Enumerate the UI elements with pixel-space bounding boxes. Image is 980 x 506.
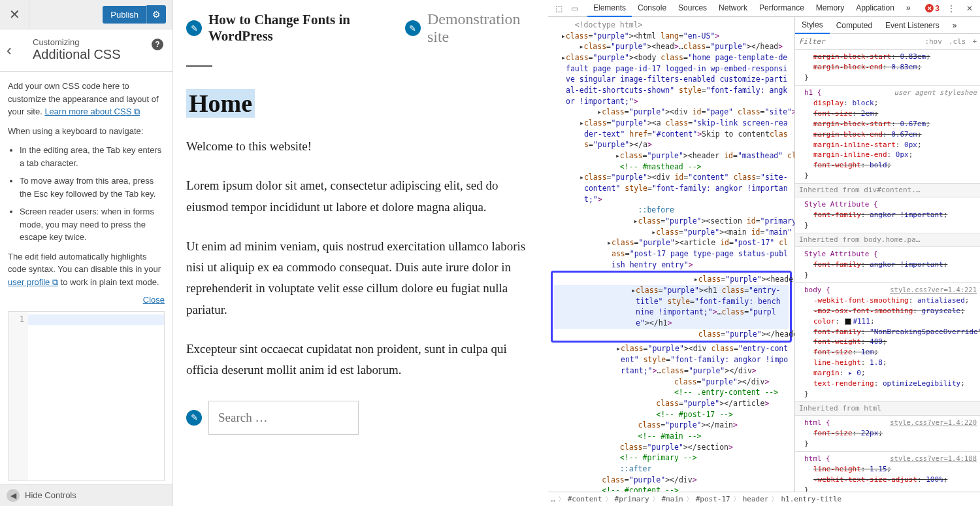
- content-paragraph: Ut enim ad minim veniam, quis nostrud ex…: [186, 236, 535, 320]
- tab-application[interactable]: Application: [850, 0, 900, 17]
- content-paragraph: Excepteur sint occaecat cupidatat non pr…: [186, 339, 535, 381]
- tab-network[interactable]: Network: [713, 0, 753, 17]
- tab-memory[interactable]: Memory: [810, 0, 850, 17]
- close-icon[interactable]: ✕: [0, 0, 29, 29]
- tab-performance[interactable]: Performance: [753, 0, 810, 17]
- site-preview: ✎ How to Change Fonts in WordPress ✎ Dem…: [173, 0, 548, 506]
- css-editor[interactable]: 1: [8, 311, 165, 481]
- learn-more-link[interactable]: Learn more about CSS ⧉: [44, 107, 140, 116]
- tip-item: To move away from this area, press the E…: [20, 175, 165, 200]
- tab-console[interactable]: Console: [632, 0, 672, 17]
- gear-icon[interactable]: ⚙: [146, 5, 166, 24]
- content-paragraph: Lorem ipsum dolor sit amet, consectetur …: [186, 175, 535, 218]
- tab-computed[interactable]: Computed: [830, 18, 879, 33]
- line-number: 1: [8, 314, 24, 324]
- error-badge[interactable]: ✕3: [925, 4, 939, 13]
- styles-body[interactable]: margin-block-start: 0.83em;margin-block-…: [795, 50, 980, 492]
- kebab-icon[interactable]: ⋮: [945, 2, 958, 15]
- tab-event-listeners[interactable]: Event Listeners: [879, 18, 946, 33]
- close-link[interactable]: Close: [8, 295, 165, 305]
- devtools-toolbar: ⬚ ▭ Elements Console Sources Network Per…: [548, 0, 980, 17]
- site-title[interactable]: How to Change Fonts in WordPress: [208, 12, 399, 44]
- customizer-top-bar: ✕ Publish ⚙: [0, 0, 172, 29]
- content-paragraph: Welcome to this website!: [186, 136, 535, 157]
- search-input[interactable]: [208, 401, 359, 435]
- more-tabs-icon[interactable]: »: [900, 0, 917, 17]
- page-title: Home: [186, 89, 255, 118]
- collapse-icon: ◀: [7, 489, 20, 502]
- hide-controls-button[interactable]: ◀ Hide Controls: [0, 484, 172, 506]
- device-icon[interactable]: ▭: [568, 2, 581, 15]
- filter-input[interactable]: [795, 36, 921, 47]
- back-icon[interactable]: ‹: [7, 41, 12, 59]
- edit-shortcut-icon[interactable]: ✎: [405, 20, 421, 36]
- section-title: Additional CSS: [33, 47, 161, 62]
- user-profile-link[interactable]: user profile ⧉: [8, 277, 58, 287]
- tip-item: In the editing area, the Tab key enters …: [20, 144, 165, 169]
- devtools-close-icon[interactable]: ✕: [963, 2, 976, 15]
- tab-elements[interactable]: Elements: [587, 0, 632, 17]
- customizing-label: Customizing: [33, 37, 161, 47]
- breadcrumb-bar[interactable]: …〉#content〉#primary〉#main〉#post-17〉heade…: [548, 492, 980, 506]
- hov-toggle[interactable]: :hov: [921, 37, 945, 46]
- tip-item: Screen reader users: when in forms mode,…: [20, 205, 165, 244]
- edit-shortcut-icon[interactable]: ✎: [186, 410, 202, 426]
- publish-button[interactable]: Publish: [103, 6, 146, 24]
- add-rule-icon[interactable]: +: [969, 37, 980, 46]
- tab-sources[interactable]: Sources: [672, 0, 713, 17]
- styles-panel: Styles Computed Event Listeners » :hov .…: [795, 17, 980, 492]
- tab-styles[interactable]: Styles: [795, 17, 830, 34]
- more-tabs-icon[interactable]: »: [946, 18, 964, 33]
- dom-tree[interactable]: <!doctype html> ▸class="purple"><html la…: [548, 17, 795, 492]
- site-tagline: Demonstration site: [427, 10, 535, 46]
- keyboard-intro: When using a keyboard to navigate:: [8, 125, 165, 138]
- cls-toggle[interactable]: .cls: [945, 37, 970, 46]
- inspect-icon[interactable]: ⬚: [552, 2, 565, 15]
- divider: [186, 65, 212, 67]
- edit-shortcut-icon[interactable]: ✎: [186, 20, 202, 36]
- customizer-section-header: ‹ Customizing Additional CSS ?: [0, 29, 172, 72]
- customizer-panel: ✕ Publish ⚙ ‹ Customizing Additional CSS…: [0, 0, 173, 506]
- devtools-panel: ⬚ ▭ Elements Console Sources Network Per…: [548, 0, 980, 506]
- customizer-body: Add your own CSS code here to customize …: [0, 72, 172, 484]
- help-icon[interactable]: ?: [152, 39, 163, 50]
